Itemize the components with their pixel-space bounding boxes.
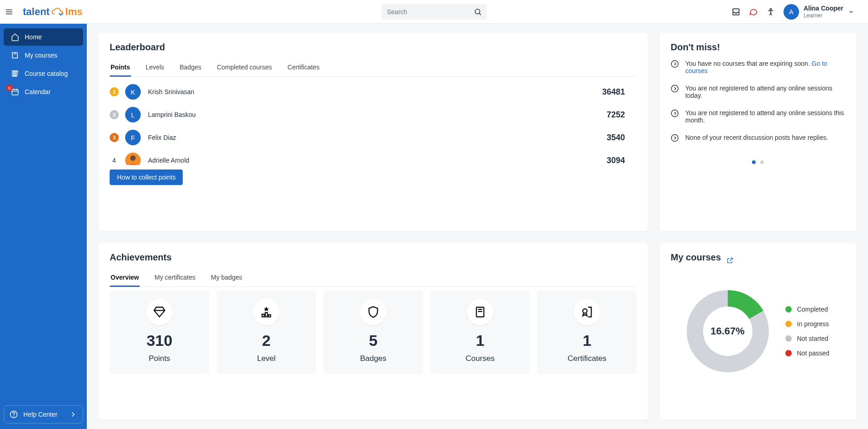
shield-icon: [367, 306, 380, 318]
leaderboard-list: 1 K Krish Srinivasan 36481 2 L Lamprini …: [110, 80, 637, 165]
donut-chart: 16.67%: [687, 290, 769, 372]
svg-point-19: [672, 135, 678, 142]
search-icon: [474, 8, 482, 16]
legend-in-progress: In progress: [785, 320, 830, 328]
leader-avatar: F: [125, 130, 141, 145]
svg-rect-7: [12, 71, 14, 76]
book-icon: [474, 306, 487, 318]
svg-point-5: [770, 8, 771, 10]
leader-name: Krish Srinivasan: [148, 88, 194, 95]
tab-certificates[interactable]: Certificates: [286, 59, 320, 76]
tab-my-certificates[interactable]: My certificates: [153, 269, 196, 286]
sidebar-item-home[interactable]: Home: [4, 28, 83, 46]
logo[interactable]: talent lms: [23, 6, 83, 18]
leader-name: Lamprini Baskou: [148, 111, 196, 118]
tile-courses: 1 Courses: [430, 291, 530, 374]
leaderboard-row: 4 Adrielle Arnold 3094: [110, 149, 631, 165]
user-role: Learner: [804, 12, 843, 19]
dont-miss-item: You have no courses that are expiring so…: [671, 60, 845, 74]
chevron-right-icon: [69, 410, 77, 418]
dot-1[interactable]: [752, 160, 756, 164]
header: talent lms A Alina Cooper Learner: [0, 0, 868, 24]
hamburger-icon: [5, 8, 13, 16]
scrollbar[interactable]: ▼: [631, 80, 637, 165]
leaderboard-row: 2 L Lamprini Baskou 7252: [110, 103, 631, 126]
help-center-button[interactable]: Help Center: [4, 405, 83, 424]
book-icon: [11, 51, 19, 59]
leaderboard-row: 3 F Felix Diaz 3540: [110, 126, 631, 149]
main-content: Leaderboard Points Levels Badges Complet…: [87, 24, 868, 429]
leader-score: 7252: [607, 110, 631, 120]
dot-2[interactable]: [760, 160, 764, 164]
calendar-badge: 9: [6, 85, 13, 91]
my-courses-title: My courses: [671, 252, 721, 263]
messages-icon[interactable]: [749, 7, 758, 16]
rank-badge-bronze: 3: [110, 133, 119, 142]
svg-rect-9: [12, 90, 18, 95]
my-courses-card: My courses 16.67% Completed In progress …: [660, 243, 856, 420]
legend-not-passed: Not passed: [785, 350, 830, 357]
pagination-dots: [671, 160, 845, 164]
tab-my-badges[interactable]: My badges: [210, 269, 243, 286]
sidebar: Home My courses Course catalog 9 Calenda…: [0, 24, 87, 429]
arrow-circle-icon: [671, 109, 679, 117]
sidebar-item-course-catalog[interactable]: Course catalog: [4, 65, 83, 82]
help-label: Help Center: [23, 411, 58, 418]
sidebar-item-label: Course catalog: [25, 70, 68, 77]
svg-point-15: [130, 155, 136, 161]
legend-completed: Completed: [785, 306, 830, 313]
scrollbar-down-icon[interactable]: ▼: [631, 159, 637, 165]
leader-avatar: K: [125, 84, 141, 100]
svg-point-3: [475, 9, 480, 14]
svg-point-18: [672, 110, 678, 117]
home-icon: [11, 33, 19, 41]
search-container: [381, 4, 487, 20]
tab-completed-courses[interactable]: Completed courses: [216, 59, 273, 76]
svg-rect-23: [269, 314, 271, 317]
leader-name: Adrielle Arnold: [148, 157, 189, 164]
sidebar-item-calendar[interactable]: 9 Calendar: [4, 83, 83, 101]
tab-overview[interactable]: Overview: [110, 269, 140, 286]
leader-name: Felix Diaz: [148, 134, 176, 141]
search-input[interactable]: [381, 4, 487, 20]
achievements-card: Achievements Overview My certificates My…: [99, 243, 648, 420]
leaderboard-row: 1 K Krish Srinivasan 36481: [110, 80, 631, 103]
svg-point-14: [14, 416, 14, 416]
svg-line-4: [479, 13, 481, 15]
tab-levels[interactable]: Levels: [145, 59, 165, 76]
achievement-tiles: 310 Points 2 Level 5 Badges 1 Courses: [110, 291, 637, 374]
certificate-icon: [581, 306, 593, 318]
leaderboard-tabs: Points Levels Badges Completed courses C…: [110, 59, 637, 77]
tile-badges: 5 Badges: [323, 291, 423, 374]
accessibility-icon[interactable]: [766, 7, 775, 16]
external-link-icon[interactable]: [726, 257, 734, 264]
library-icon: [11, 69, 19, 78]
inbox-icon[interactable]: [731, 7, 741, 16]
arrow-circle-icon: [671, 134, 679, 142]
svg-rect-21: [262, 314, 265, 317]
tab-points[interactable]: Points: [110, 59, 131, 76]
user-menu[interactable]: A Alina Cooper Learner: [783, 4, 854, 20]
sidebar-item-label: Home: [25, 33, 42, 41]
cloud-icon: [51, 7, 64, 16]
donut-percent: 16.67%: [710, 325, 745, 337]
collect-points-button[interactable]: How to collect points: [110, 169, 183, 185]
avatar: A: [783, 4, 799, 20]
dont-miss-item: None of your recent discussion posts hav…: [671, 134, 845, 142]
dont-miss-list: You have no courses that are expiring so…: [671, 60, 845, 142]
help-icon: [10, 410, 18, 418]
chevron-down-icon: [848, 9, 854, 15]
tile-certificates: 1 Certificates: [537, 291, 637, 374]
scrollbar-thumb[interactable]: [631, 80, 637, 103]
rank-badge-gold: 1: [110, 87, 119, 96]
dont-miss-title: Don't miss!: [671, 42, 845, 53]
hamburger-button[interactable]: [0, 0, 18, 24]
podium-icon: [260, 306, 273, 318]
tab-badges[interactable]: Badges: [179, 59, 202, 76]
sidebar-item-my-courses[interactable]: My courses: [4, 47, 83, 64]
leader-score: 3540: [607, 133, 631, 143]
achievements-tabs: Overview My certificates My badges: [110, 269, 637, 287]
user-name: Alina Cooper: [804, 5, 843, 12]
tile-level: 2 Level: [217, 291, 316, 374]
dont-miss-item: You are not registered to attend any onl…: [671, 85, 845, 99]
